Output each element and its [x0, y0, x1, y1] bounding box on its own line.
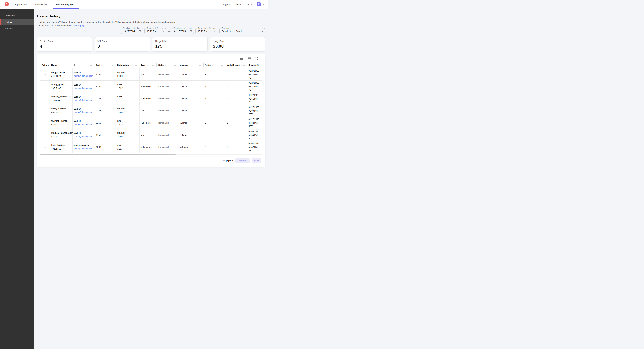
cell-type: kubernetes [140, 92, 156, 105]
sidebar-item-history[interactable]: History [0, 18, 34, 25]
email-link[interactable]: name@domain.com [74, 87, 93, 89]
email-link[interactable]: name@domain.com [74, 111, 93, 114]
tab-compatibility-matrix[interactable]: Compatibility Matrix [54, 0, 77, 8]
nav-link-support[interactable]: Support [222, 3, 230, 6]
terminated-after-time-input[interactable]: Terminated after time 03:19 PM [144, 28, 166, 34]
stat-card-usage-minutes: Usage Minutes 175 [152, 37, 208, 51]
cost-value: $0.51 [96, 73, 101, 76]
stat-card-usage-cost: Usage Cost $3.80 [210, 37, 266, 51]
table-row: •••frosty_galileo995b7182Web UIname@doma… [40, 80, 262, 92]
sidebar-item-settings[interactable]: Settings [0, 25, 34, 32]
row-actions-button[interactable]: ••• [44, 110, 46, 112]
overview-page-link[interactable]: Overview page [70, 24, 85, 27]
terminated-before-date-input[interactable]: Terminated before date 01/27/2025 [172, 28, 194, 34]
row-actions-button[interactable]: ••• [44, 134, 46, 136]
column-header-name[interactable]: Name↑↓ [50, 62, 72, 68]
nav-link-docs[interactable]: Docs [247, 3, 252, 6]
sort-icon[interactable]: ↑↓ [165, 64, 166, 66]
clock-icon[interactable] [162, 30, 164, 33]
sidebar-item-overview[interactable]: Overview [0, 12, 34, 18]
density-icon[interactable] [247, 56, 251, 61]
row-actions-button[interactable]: ••• [44, 122, 46, 124]
sort-icon[interactable]: ↑↓ [130, 64, 131, 66]
chevron-down-icon[interactable] [262, 3, 264, 5]
row-actions-button[interactable]: ••• [44, 98, 46, 100]
timezone-select[interactable]: Timezone America/Los_Angeles [220, 28, 265, 34]
stat-label: VM Count [98, 40, 147, 42]
columns-icon[interactable] [240, 56, 244, 61]
sort-icon[interactable]: ↑↓ [240, 64, 242, 66]
user-avatar[interactable]: K [257, 2, 261, 6]
primary-tabs: Applications Troubleshoot Compatibility … [14, 0, 83, 8]
nav-link-team[interactable]: Team [236, 3, 242, 6]
column-drag-handle-icon[interactable] [174, 64, 176, 66]
instance-value: r1.small [180, 110, 187, 112]
cost-value: $0.56 [96, 110, 101, 112]
filter-icon[interactable] [232, 56, 236, 61]
cell-node-groups: - [225, 129, 247, 141]
calendar-icon[interactable] [190, 30, 192, 33]
sort-icon[interactable]: ↑↓ [58, 64, 59, 66]
column-drag-handle-icon[interactable] [152, 64, 154, 66]
tab-applications[interactable]: Applications [14, 0, 28, 8]
terminated-before-time-input[interactable]: Terminated before time 03:19 PM [195, 28, 217, 34]
node-groups-value: - [227, 73, 228, 76]
cell-actions: ••• [40, 141, 50, 145]
fullscreen-icon[interactable] [255, 56, 259, 61]
column-drag-handle-icon[interactable] [221, 64, 223, 66]
date-range-separator: — [168, 30, 170, 33]
cell-type: vm [140, 129, 156, 141]
sort-icon[interactable]: ↑↓ [146, 64, 148, 66]
description-line2: clusters/VMs are available on the [37, 24, 70, 27]
tab-troubleshoot[interactable]: Troubleshoot [33, 0, 48, 8]
cell-distribution: ubuntu24.04 [116, 129, 140, 141]
column-header-nodes[interactable]: Nodes↑↓ [204, 62, 225, 68]
cell-by: Web UIname@domain.com [72, 80, 94, 92]
sort-icon[interactable]: ↑↓ [101, 64, 102, 66]
column-header-type[interactable]: Type↑↓ [140, 62, 156, 68]
row-actions-button[interactable]: ••• [44, 74, 46, 75]
column-label: Created At [248, 64, 258, 66]
cell-type: vm [140, 68, 156, 80]
column-header-created-at[interactable]: Created At↓ [247, 62, 262, 68]
column-header-cost[interactable]: Cost↑↓ [94, 62, 116, 68]
sort-icon[interactable]: ↑↓ [212, 64, 213, 66]
distribution-secondary: 1.32.1 [118, 99, 138, 102]
email-link[interactable]: name@domain.com [74, 99, 93, 101]
email-link[interactable]: name@domain.com [74, 75, 93, 77]
email-link[interactable]: name@domain.com [74, 135, 93, 138]
distribution-secondary: 24.04 [118, 75, 138, 78]
replicated-logo[interactable]: R [5, 2, 8, 6]
top-navigation: R Applications Troubleshoot Compatibilit… [0, 0, 268, 8]
clock-icon[interactable] [212, 30, 216, 33]
distribution-secondary: 24.04 [118, 111, 138, 114]
created-at-primary: 01/27/2025 [248, 118, 261, 121]
sort-desc-icon[interactable]: ↓ [260, 64, 261, 66]
column-header-node-groups[interactable]: Node Groups↑↓ [225, 62, 247, 68]
column-drag-handle-icon[interactable] [112, 64, 114, 66]
column-header-by[interactable]: By↑↓ [72, 62, 94, 68]
sort-icon[interactable]: ↑↓ [77, 64, 78, 66]
node-groups-value: - [227, 134, 228, 136]
column-drag-handle-icon[interactable] [135, 64, 137, 66]
cell-type: kubernetes [140, 141, 156, 145]
column-drag-handle-icon[interactable] [243, 64, 244, 66]
cell-cost: $1.06 [94, 141, 116, 145]
cell-status: Terminated [156, 129, 178, 141]
terminated-after-date-input[interactable]: Terminated after date 10/27/2024 [121, 28, 143, 34]
column-drag-handle-icon[interactable] [200, 64, 201, 66]
email-link[interactable]: name@domain.com [74, 123, 93, 126]
column-header-distribution[interactable]: Distribution↑↓ [116, 62, 140, 68]
column-drag-handle-icon[interactable] [90, 64, 92, 66]
type-value: kubernetes [141, 122, 152, 124]
cell-distribution: ubuntu24.04 [116, 105, 140, 117]
terminated-before-time-value: 03:19 PM [198, 30, 212, 32]
cell-nodes: 3 [204, 141, 225, 145]
row-actions-button[interactable]: ••• [44, 86, 46, 88]
calendar-icon[interactable] [138, 30, 141, 33]
column-header-instance[interactable]: Instance↑↓ [178, 62, 204, 68]
sort-icon[interactable]: ↑↓ [189, 64, 190, 66]
cell-type: kubernetes [140, 117, 156, 129]
column-header-status[interactable]: Status↑↓ [156, 62, 178, 68]
node-groups-value: 1 [227, 97, 228, 100]
